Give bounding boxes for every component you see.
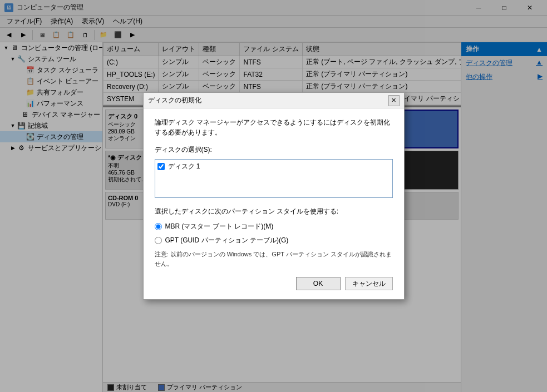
disk-list-box: ディスク 1 (155, 159, 393, 198)
mbr-option: MBR (マスター ブート レコード)(M) (155, 222, 393, 231)
mbr-radio[interactable] (155, 223, 162, 230)
disk-1-checkbox[interactable] (157, 163, 165, 170)
gpt-radio[interactable] (155, 237, 162, 244)
gpt-option: GPT (GUID パーティション テーブル)(G) (155, 236, 393, 245)
disk-1-checkbox-label: ディスク 1 (168, 162, 200, 171)
ok-button[interactable]: OK (296, 277, 341, 290)
modal-close-button[interactable]: ✕ (388, 95, 400, 106)
modal-description: 論理ディスク マネージャーがアクセスできるようにするにはディスクを初期化する必要… (155, 117, 393, 137)
modal-body: 論理ディスク マネージャーがアクセスできるようにするにはディスクを初期化する必要… (144, 108, 404, 299)
modal-note: 注意: 以前のバージョンの Windows では、GPT パーティション スタイ… (155, 250, 393, 268)
initialize-disk-modal: ディスクの初期化 ✕ 論理ディスク マネージャーがアクセスできるようにするにはデ… (143, 92, 405, 300)
cancel-button[interactable]: キャンセル (345, 277, 393, 290)
partition-style-label: 選択したディスクに次のパーティション スタイルを使用する: (155, 207, 393, 216)
modal-buttons: OK キャンセル (155, 277, 393, 290)
disk-1-checkbox-item: ディスク 1 (157, 162, 390, 171)
modal-titlebar: ディスクの初期化 ✕ (144, 93, 404, 108)
gpt-label: GPT (GUID パーティション テーブル)(G) (165, 236, 289, 245)
mbr-label: MBR (マスター ブート レコード)(M) (165, 222, 274, 231)
disk-selection-label: ディスクの選択(S): (155, 145, 393, 155)
modal-overlay: ディスクの初期化 ✕ 論理ディスク マネージャーがアクセスできるようにするにはデ… (0, 0, 547, 392)
modal-title: ディスクの初期化 (148, 96, 201, 105)
